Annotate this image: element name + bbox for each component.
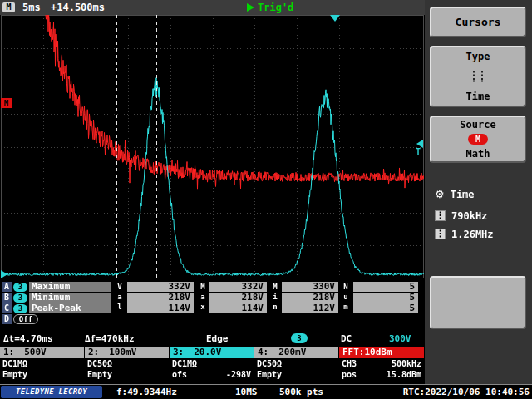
meas-b-max: 218V bbox=[209, 293, 267, 303]
fft-box[interactable]: FFT:10dBm CH3500kHz pos15.8dBm bbox=[339, 347, 424, 383]
meas-row-a-name[interactable]: Maximum bbox=[29, 282, 111, 292]
right-menu: Cursors Type Time Source M Math ⚙ Time 7… bbox=[425, 0, 532, 384]
meas-col-max-header: Max bbox=[198, 282, 208, 313]
meas-row-b-name[interactable]: Minimum bbox=[29, 293, 111, 303]
meas-row-b-source-badge: 3 bbox=[13, 293, 27, 303]
trigger-status: Trig'd bbox=[258, 2, 293, 13]
math-source-badge: M bbox=[468, 134, 488, 145]
meas-c-min: 112V bbox=[282, 303, 338, 313]
meas-row-d-state[interactable]: Off bbox=[13, 314, 38, 324]
cursor2-readout-row[interactable]: 1.26MHz bbox=[431, 226, 526, 242]
cursor2-readout: 1.26MHz bbox=[451, 229, 494, 240]
channel2-header: 2:100mV bbox=[85, 347, 169, 358]
meas-b-min: 218V bbox=[282, 293, 338, 303]
trigger-coupling[interactable]: DC bbox=[341, 333, 352, 344]
meas-row-b-badge[interactable]: B bbox=[2, 293, 12, 303]
meas-row-a-source-badge: 3 bbox=[13, 283, 27, 292]
channel4-header: 4:200mV bbox=[254, 347, 338, 358]
cursor-source-value: Math bbox=[466, 148, 490, 160]
cursor-source-label: Source bbox=[460, 119, 495, 131]
time-settings-label: Time bbox=[451, 189, 475, 200]
top-bar: M 5ms +14.500ms Trig'd bbox=[0, 0, 426, 15]
trigger-level-value[interactable]: 300V bbox=[389, 333, 411, 344]
channel4-box[interactable]: 4:200mV DC50Ω Empty bbox=[254, 347, 338, 383]
trigger-frequency: f:49.9344Hz bbox=[116, 387, 177, 397]
status-row: Δt=4.70ms Δf=470kHz Edge 3 DC 300V bbox=[0, 332, 425, 344]
gear-icon: ⚙ bbox=[435, 189, 445, 200]
meas-a-num: 5 bbox=[353, 282, 418, 292]
trigger-level-marker[interactable]: T bbox=[413, 140, 423, 156]
trigger-position-marker[interactable] bbox=[330, 15, 340, 22]
meas-a-min: 330V bbox=[282, 282, 338, 292]
realtime-clock: RTC:2022/10/06 10:40:56 bbox=[403, 387, 530, 397]
meas-c-max: 114V bbox=[209, 303, 267, 313]
fft-header: FFT:10dBm bbox=[339, 347, 424, 358]
meas-a-max: 332V bbox=[209, 282, 267, 292]
channel1-header: 1:500V bbox=[0, 347, 84, 358]
trigger-level-label: T bbox=[413, 148, 423, 156]
cursor1-readout-row[interactable]: 790kHz bbox=[431, 208, 526, 224]
meas-row-d-badge[interactable]: D bbox=[2, 314, 12, 324]
cursor-delta-f: Δf=470kHz bbox=[85, 333, 135, 344]
trigger-status-icon bbox=[247, 3, 254, 12]
trigger-type[interactable]: Edge bbox=[206, 333, 229, 344]
timebase-badge: M bbox=[2, 2, 15, 12]
footer-bar: TELEDYNE LECROY f:49.9344Hz 10MS 500k pt… bbox=[0, 384, 532, 399]
empty-menu-button[interactable] bbox=[430, 276, 526, 329]
channel1-box[interactable]: 1:500V DC1MΩ Empty bbox=[0, 347, 84, 383]
channel3-box[interactable]: 3:20.0V DC1MΩ ofs-298V bbox=[170, 347, 254, 383]
meas-a-val: 332V bbox=[127, 282, 194, 292]
time-cursors-icon bbox=[465, 70, 491, 83]
trigger-source-badge[interactable]: 3 bbox=[291, 333, 308, 343]
cursor1-icon bbox=[435, 210, 446, 221]
waveform-canvas bbox=[1, 15, 424, 278]
menu-title: Cursors bbox=[456, 16, 501, 28]
meas-c-num: 5 bbox=[353, 303, 418, 313]
sample-rate: 10MS bbox=[235, 387, 258, 397]
meas-col-min-header: Min bbox=[270, 282, 280, 313]
meas-row-c-badge[interactable]: C bbox=[2, 303, 12, 313]
channel2-box[interactable]: 2:100mV DC50Ω Empty bbox=[85, 347, 169, 383]
record-length: 500k pts bbox=[279, 387, 323, 397]
oscilloscope-screen: M 5ms +14.500ms Trig'd M T Cursors Type … bbox=[0, 0, 532, 399]
meas-col-num-header: Num bbox=[341, 282, 351, 313]
brand-logo: TELEDYNE LECROY bbox=[1, 386, 102, 398]
cursor-type-button[interactable]: Type Time bbox=[430, 46, 526, 107]
channel3-header: 3:20.0V bbox=[170, 347, 254, 358]
cursor-delta-t: Δt=4.70ms bbox=[3, 333, 53, 344]
waveform-display[interactable]: M T bbox=[1, 15, 424, 278]
timebase-value[interactable]: 5ms bbox=[22, 2, 41, 13]
cursor1-readout: 790kHz bbox=[451, 210, 487, 222]
meas-row-a-badge[interactable]: A bbox=[2, 282, 12, 292]
meas-row-c-source-badge: 3 bbox=[13, 304, 27, 313]
cursor-source-button[interactable]: Source M Math bbox=[430, 116, 526, 163]
cursor-type-label: Type bbox=[466, 51, 490, 62]
meas-col-val-header: Val bbox=[115, 282, 125, 313]
math-level-marker[interactable]: M bbox=[1, 98, 12, 108]
cursor2-icon bbox=[435, 229, 446, 239]
measurement-table: A 3 Maximum B 3 Minimum C 3 Peak-Peak D … bbox=[0, 282, 425, 332]
meas-b-num: 5 bbox=[353, 293, 418, 303]
time-settings-row[interactable]: ⚙ Time bbox=[431, 186, 526, 202]
cursor-type-value: Time bbox=[466, 91, 490, 102]
timebase-delay[interactable]: +14.500ms bbox=[51, 2, 105, 13]
menu-title-button[interactable]: Cursors bbox=[430, 7, 526, 37]
channel-descriptors: 1:500V DC1MΩ Empty 2:100mV DC50Ω Empty 3… bbox=[0, 347, 425, 383]
ch3-zero-marker[interactable] bbox=[1, 270, 7, 278]
meas-c-val: 114V bbox=[127, 303, 194, 313]
meas-row-c-name[interactable]: Peak-Peak bbox=[29, 303, 111, 313]
meas-b-val: 218V bbox=[127, 293, 194, 303]
